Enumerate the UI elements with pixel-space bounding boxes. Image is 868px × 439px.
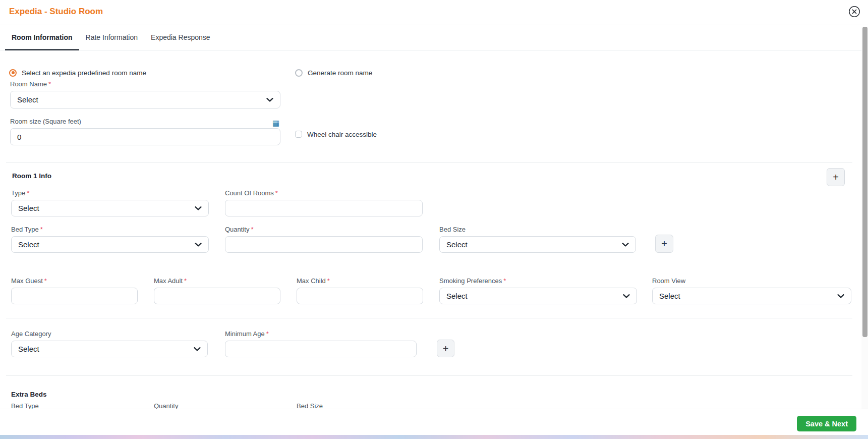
predefined-room-name-option[interactable]: Select an expedia predefined room name — [9, 66, 146, 79]
calculator-icon[interactable]: ▦ — [272, 119, 279, 127]
smoking-preferences-select-value: Select — [446, 292, 468, 300]
room1-info-heading: Room 1 Info — [12, 172, 51, 180]
bed-type-field-group: Bed Type* Select — [11, 226, 209, 253]
chevron-down-icon — [266, 98, 273, 102]
room-view-select[interactable]: Select — [652, 288, 851, 304]
age-category-label: Age Category — [11, 330, 208, 338]
bed-size-select-value: Select — [446, 240, 468, 249]
room-size-input[interactable] — [10, 128, 280, 145]
room-name-select-value: Select — [17, 95, 38, 104]
section-divider — [6, 162, 852, 163]
predefined-room-name-label: Select an expedia predefined room name — [22, 69, 146, 77]
chevron-down-icon — [623, 294, 630, 298]
bed-size-field-group: Bed Size Select — [439, 226, 636, 253]
add-age-category-button[interactable]: + — [437, 340, 454, 357]
save-next-button[interactable]: Save & Next — [797, 416, 856, 431]
room-view-field-group: Room View Select — [652, 277, 851, 304]
wheelchair-accessible-option[interactable]: Wheel chair accessible — [295, 130, 377, 139]
modal-footer: Save & Next — [0, 409, 868, 435]
chevron-down-icon — [195, 206, 202, 210]
room-name-field-group: Room Name* Select — [10, 80, 280, 108]
tab-expedia-response[interactable]: Expedia Response — [144, 25, 217, 50]
wheelchair-checkbox — [295, 131, 302, 138]
generate-room-name-label: Generate room name — [308, 69, 372, 77]
max-adult-field-group: Max Adult* — [154, 277, 280, 304]
chevron-down-icon — [622, 243, 629, 247]
extra-beds-heading: Extra Beds — [11, 391, 47, 398]
count-of-rooms-input[interactable] — [225, 200, 423, 216]
close-button[interactable] — [847, 5, 861, 19]
tab-rate-information[interactable]: Rate Information — [79, 25, 145, 50]
section-divider — [6, 375, 852, 376]
add-bed-button[interactable]: + — [655, 235, 673, 253]
bed-size-label: Bed Size — [439, 226, 636, 233]
type-select[interactable]: Select — [11, 200, 209, 216]
max-child-field-group: Max Child* — [297, 277, 423, 304]
quantity-field-group: Quantity* — [225, 226, 423, 253]
room-view-select-value: Select — [659, 292, 680, 300]
add-room-button[interactable]: + — [827, 168, 845, 186]
room-view-label: Room View — [652, 277, 851, 285]
bed-size-select[interactable]: Select — [439, 236, 636, 253]
chevron-down-icon — [194, 347, 201, 351]
radio-generate — [295, 69, 303, 77]
minimum-age-input[interactable] — [225, 341, 417, 357]
quantity-label: Quantity* — [225, 226, 423, 233]
room-name-select[interactable]: Select — [10, 91, 280, 108]
chevron-down-icon — [837, 294, 844, 298]
smoking-preferences-label: Smoking Preferences* — [439, 277, 637, 285]
max-adult-label: Max Adult* — [154, 277, 280, 285]
minimum-age-field-group: Minimum Age* — [225, 330, 417, 357]
count-of-rooms-field-group: Count Of Rooms* — [225, 189, 423, 216]
section-divider — [6, 318, 852, 318]
type-field-group: Type* Select — [11, 189, 209, 216]
expedia-room-modal: Expedia - Studio Room Room Information R… — [0, 0, 868, 439]
quantity-input[interactable] — [225, 236, 423, 253]
count-of-rooms-label: Count Of Rooms* — [225, 189, 423, 197]
bed-type-label: Bed Type* — [11, 226, 209, 233]
wheelchair-label: Wheel chair accessible — [307, 131, 377, 138]
room-size-label: Room size (Square feet) — [10, 118, 280, 125]
tab-room-information[interactable]: Room Information — [5, 25, 79, 50]
max-adult-input[interactable] — [154, 288, 280, 304]
minimum-age-label: Minimum Age* — [225, 330, 417, 338]
max-child-label: Max Child* — [297, 277, 423, 285]
age-category-field-group: Age Category Select — [11, 330, 208, 357]
scrollbar[interactable] — [861, 27, 868, 409]
room-name-label: Room Name* — [10, 80, 280, 88]
type-label: Type* — [11, 189, 209, 197]
modal-title: Expedia - Studio Room — [9, 7, 103, 17]
max-guest-field-group: Max Guest* — [11, 277, 138, 304]
generate-room-name-option[interactable]: Generate room name — [295, 66, 372, 79]
bed-type-select-value: Select — [18, 240, 39, 249]
radio-predefined — [9, 69, 17, 77]
max-guest-label: Max Guest* — [11, 277, 138, 285]
smoking-preferences-select[interactable]: Select — [439, 288, 637, 304]
modal-header: Expedia - Studio Room — [0, 0, 868, 25]
age-category-select-value: Select — [18, 345, 39, 353]
scrollbar-thumb[interactable] — [862, 27, 867, 337]
smoking-preferences-field-group: Smoking Preferences* Select — [439, 277, 637, 304]
bed-type-select[interactable]: Select — [11, 236, 209, 253]
age-category-select[interactable]: Select — [11, 341, 208, 357]
page-background-gradient — [0, 435, 868, 439]
chevron-down-icon — [195, 243, 202, 247]
type-select-value: Select — [18, 204, 39, 212]
max-child-input[interactable] — [297, 288, 423, 304]
room-size-field-group: Room size (Square feet) — [10, 118, 280, 145]
max-guest-input[interactable] — [11, 288, 138, 304]
close-icon — [848, 5, 861, 18]
tab-bar: Room Information Rate Information Expedi… — [0, 25, 861, 50]
